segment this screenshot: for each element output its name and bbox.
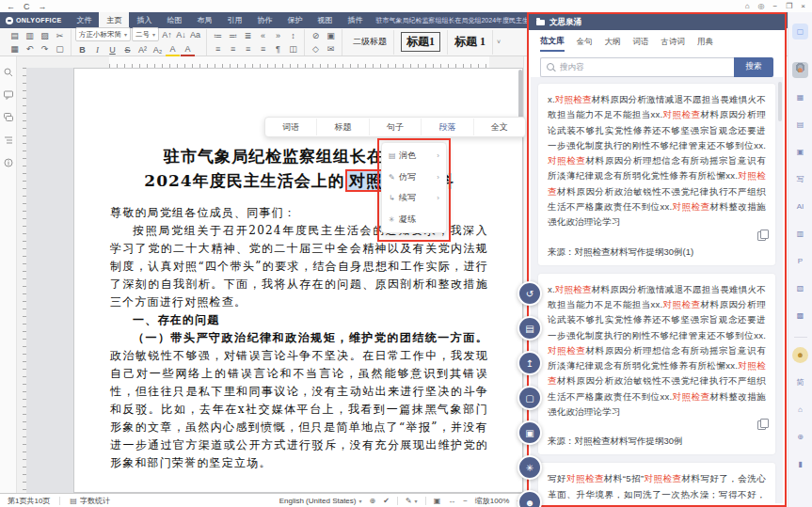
find-icon[interactable] (4, 68, 13, 77)
zoom-out-button[interactable]: − (463, 497, 468, 505)
redo-icon[interactable]: ↷ (38, 43, 52, 55)
cut-icon[interactable]: ✂ (53, 30, 67, 41)
panel-tab-古诗词[interactable]: 古诗词 (661, 37, 686, 51)
gift-icon[interactable]: ▩ (792, 308, 808, 324)
menu-tab-保护[interactable]: 保护 (279, 12, 310, 28)
print-icon[interactable]: ▦ (8, 43, 22, 55)
copy-icon[interactable]: ▥ (23, 30, 37, 41)
italic-icon[interactable]: I (90, 44, 104, 55)
restore-button[interactable]: ❐ (786, 2, 792, 10)
back-icon[interactable]: ← (7, 1, 15, 12)
user-float-button[interactable]: ☻ (517, 490, 542, 507)
minimize-button[interactable]: − (772, 2, 777, 10)
camera-icon[interactable]: ▣ (792, 144, 808, 160)
image-icon[interactable]: ▣ (324, 30, 338, 41)
resume-icon[interactable]: 简 (792, 374, 808, 390)
home-icon[interactable]: ⌂ (745, 2, 750, 10)
align-center-icon[interactable]: ≡ (226, 43, 240, 55)
bold-icon[interactable]: B (75, 44, 89, 55)
copy-icon[interactable] (757, 420, 766, 430)
panel-tab-金句[interactable]: 金句 (577, 37, 593, 51)
decrease-indent-icon[interactable]: « (256, 30, 270, 41)
menu-tab-协作[interactable]: 协作 (249, 12, 279, 28)
fit-page-icon[interactable]: ▣ (434, 497, 441, 505)
popup-tab-词语[interactable]: 词语 (265, 119, 317, 135)
undo-icon[interactable]: ↶ (23, 43, 37, 55)
underline-icon[interactable]: U (105, 44, 119, 55)
select-icon[interactable]: ▢ (53, 43, 67, 55)
ppt-icon[interactable]: P (792, 253, 808, 269)
track-changes[interactable]: ✎▾ (406, 497, 418, 505)
font-color-icon[interactable]: A (181, 43, 195, 56)
about-icon[interactable] (4, 158, 13, 167)
increase-font-icon[interactable]: A↑ (160, 29, 174, 40)
submenu-item-仿写[interactable]: ✎仿写› (382, 166, 446, 188)
language-selector[interactable]: English (United States)▾ (279, 497, 362, 505)
comments-icon[interactable] (4, 90, 13, 100)
menu-tab-布局[interactable]: 布局 (189, 12, 219, 28)
widget-icon[interactable]: ▢ (792, 24, 808, 40)
style-heading2[interactable]: 二级标题 (346, 30, 394, 55)
upload-float-button[interactable]: ↥ (517, 351, 542, 375)
doc-edit-icon[interactable]: ▤ (792, 117, 808, 133)
numbering-icon[interactable]: ≕ (226, 30, 240, 41)
set-language-icon[interactable]: ⊕ (370, 497, 376, 505)
shading-icon[interactable]: ◫ (286, 43, 300, 55)
home-icon[interactable]: ⌂ (792, 402, 808, 418)
subscript-icon[interactable]: A₂ (151, 44, 165, 55)
menu-tab-引用[interactable]: 引用 (219, 12, 249, 28)
nonprinting-icon[interactable]: ¶ (271, 43, 285, 55)
change-case-icon[interactable]: Aa (188, 29, 202, 40)
image-float-button[interactable]: ▣ (517, 420, 542, 445)
zoom-level[interactable]: 缩放100% (475, 496, 509, 506)
writing-icon[interactable]: 写 (792, 171, 808, 187)
book-icon[interactable]: ▧ (792, 280, 808, 296)
justify-icon[interactable]: ≡ (256, 43, 270, 55)
popup-tab-句子[interactable]: 句子 (370, 119, 422, 135)
clear-style-icon[interactable]: ⊘ (309, 30, 323, 41)
styles-gallery-expand[interactable]: ˅ (493, 39, 504, 45)
menu-tab-视图[interactable]: 视图 (310, 12, 340, 28)
line-spacing-icon[interactable]: ↕ (286, 30, 300, 41)
panel-tab-大纲[interactable]: 大纲 (605, 37, 621, 51)
copy-style-icon[interactable]: ▨ (38, 30, 52, 41)
undo-float-button[interactable]: ↺ (517, 281, 542, 306)
multilevel-icon[interactable]: ≣ (241, 30, 255, 41)
submenu-item-续写[interactable]: ↳续写› (382, 188, 446, 210)
phone-icon[interactable]: ▮ (792, 456, 808, 472)
search-button[interactable]: 搜索 (734, 57, 773, 77)
copy-icon[interactable] (757, 231, 766, 241)
style-heading1-boxed[interactable]: 标题1 (394, 30, 448, 55)
align-left-icon[interactable]: ≡ (211, 43, 225, 55)
menu-tab-插入[interactable]: 插入 (129, 12, 159, 28)
popup-tab-全文[interactable]: 全文 (474, 119, 525, 135)
popup-tab-标题[interactable]: 标题 (317, 119, 369, 135)
forward-icon[interactable]: → (39, 1, 47, 12)
grid-icon[interactable]: ▥ (792, 226, 808, 242)
panel-tab-用典[interactable]: 用典 (697, 37, 713, 51)
menu-tab-主页[interactable]: 主页 (99, 12, 129, 28)
panel-tab-词语[interactable]: 词语 (633, 37, 649, 51)
menu-tab-绘图[interactable]: 绘图 (159, 12, 189, 28)
panel-tab-范文库[interactable]: 范文库 (540, 36, 565, 52)
fit-width-icon[interactable]: ↔ (448, 497, 455, 505)
navigation-icon[interactable] (4, 135, 13, 145)
search-box[interactable] (540, 57, 734, 77)
feedback-icon[interactable]: ◎ (758, 2, 765, 10)
submenu-item-凝练[interactable]: ✳凝练 (382, 209, 446, 230)
font-size-dropdown[interactable]: 二号▾ (132, 27, 159, 41)
increase-indent-icon[interactable]: » (271, 30, 285, 41)
menu-tab-插件[interactable]: 插件 (340, 12, 370, 28)
bullets-icon[interactable]: ≔ (211, 30, 225, 41)
page-indicator[interactable]: 第1页共10页 (8, 496, 50, 506)
highlight-color-icon[interactable]: A (166, 43, 180, 56)
spellcheck-icon[interactable]: ✔ (383, 497, 390, 505)
profile-icon[interactable]: ☻ (792, 62, 808, 78)
panel-scrollbar[interactable] (778, 82, 782, 121)
document-float-button[interactable]: ▤ (517, 316, 542, 341)
shape-icon[interactable]: ◇ (309, 43, 323, 55)
close-button[interactable]: × (801, 2, 805, 10)
settings-float-button[interactable]: ✳ (517, 455, 542, 480)
paste-icon[interactable]: ▤ (8, 30, 22, 41)
superscript-icon[interactable]: A² (135, 44, 150, 55)
